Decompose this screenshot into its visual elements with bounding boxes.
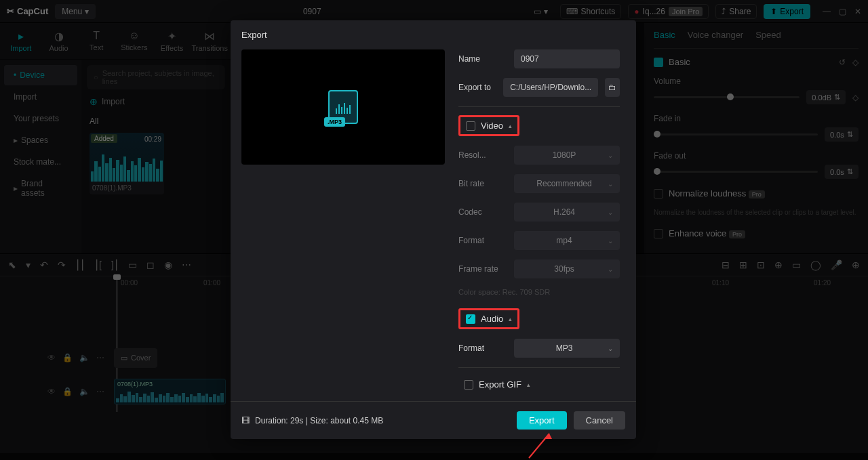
video-section-toggle[interactable]: Video ▴ xyxy=(458,115,519,136)
name-input[interactable]: 0907 xyxy=(514,49,620,68)
aformat-select[interactable]: MP3⌄ xyxy=(514,339,620,358)
export-confirm-button[interactable]: Export xyxy=(517,411,567,430)
resolution-label: Resol... xyxy=(458,150,507,160)
name-label: Name xyxy=(458,54,507,64)
caret-up-icon: ▴ xyxy=(509,123,512,129)
gif-label: Export GIF xyxy=(479,379,521,390)
export-modal: Export .MP3 Name 0907 Export to C:/Users… xyxy=(231,20,636,439)
export-info: Duration: 29s | Size: about 0.45 MB xyxy=(255,416,383,425)
chevron-down-icon: ⌄ xyxy=(608,152,613,159)
chevron-down-icon: ⌄ xyxy=(608,237,613,245)
chevron-down-icon: ⌄ xyxy=(608,180,613,188)
audio-label: Audio xyxy=(481,314,503,324)
framerate-label: Frame rate xyxy=(458,264,507,274)
exportto-label: Export to xyxy=(458,83,496,92)
codec-label: Codec xyxy=(458,207,507,217)
gif-checkbox[interactable] xyxy=(464,380,473,390)
cancel-button[interactable]: Cancel xyxy=(574,411,625,430)
chevron-down-icon: ⌄ xyxy=(608,345,613,352)
bitrate-label: Bit rate xyxy=(458,179,507,188)
browse-folder-button[interactable]: 🗀 xyxy=(605,78,620,97)
caret-up-icon: ▴ xyxy=(509,316,512,322)
aformat-label: Format xyxy=(458,343,507,353)
codec-select[interactable]: H.264⌄ xyxy=(514,203,620,222)
vformat-select[interactable]: mp4⌄ xyxy=(514,231,620,250)
vformat-label: Format xyxy=(458,236,507,245)
folder-icon: 🗀 xyxy=(608,83,616,92)
audio-checkbox[interactable] xyxy=(466,314,475,324)
exportto-input[interactable]: C:/Users/HP/Downlo... xyxy=(503,78,598,97)
modal-title: Export xyxy=(231,20,636,49)
colorspace-note: Color space: Rec. 709 SDR xyxy=(458,288,620,296)
mp3-file-icon: .MP3 xyxy=(328,90,358,124)
video-label: Video xyxy=(481,121,503,131)
gif-section-toggle[interactable]: Export GIF ▴ xyxy=(458,376,536,393)
audio-section-toggle[interactable]: Audio ▴ xyxy=(458,308,519,329)
bitrate-select[interactable]: Recommended⌄ xyxy=(514,174,620,193)
resolution-select[interactable]: 1080P⌄ xyxy=(514,146,620,165)
export-preview: .MP3 xyxy=(241,49,445,165)
video-checkbox[interactable] xyxy=(466,121,475,131)
chevron-down-icon: ⌄ xyxy=(608,266,613,273)
chevron-down-icon: ⌄ xyxy=(608,209,613,216)
framerate-select[interactable]: 30fps⌄ xyxy=(514,259,620,278)
caret-up-icon: ▴ xyxy=(527,381,530,388)
film-icon: 🎞 xyxy=(241,416,250,425)
